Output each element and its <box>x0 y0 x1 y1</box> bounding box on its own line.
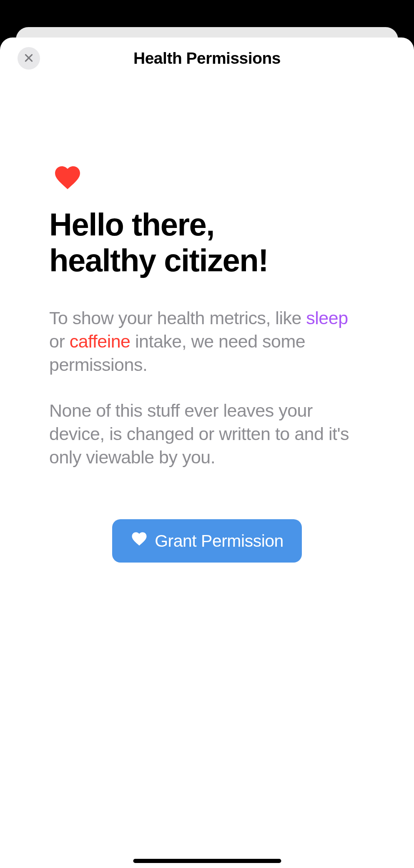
heading-line1: Hello there, <box>49 207 214 242</box>
grant-permission-button[interactable]: Grant Permission <box>112 519 302 563</box>
content-area: Hello there, healthy citizen! To show yo… <box>0 79 414 868</box>
heart-icon <box>130 530 148 552</box>
body-intro-mid: or <box>49 331 70 351</box>
highlight-sleep: sleep <box>306 308 348 328</box>
home-indicator <box>133 859 281 863</box>
heading-line2: healthy citizen! <box>49 243 268 278</box>
close-button[interactable] <box>18 47 40 70</box>
body-paragraph-1: To show your health metrics, like sleep … <box>49 307 365 377</box>
body-paragraph-2: None of this stuff ever leaves your devi… <box>49 399 365 469</box>
header-title: Health Permissions <box>133 49 281 68</box>
heading: Hello there, healthy citizen! <box>49 207 365 278</box>
body-text: To show your health metrics, like sleep … <box>49 307 365 469</box>
heart-icon <box>53 163 365 194</box>
highlight-caffeine: caffeine <box>70 331 130 351</box>
modal-sheet: Health Permissions Hello there, healthy … <box>0 38 414 868</box>
grant-button-label: Grant Permission <box>155 531 284 551</box>
close-icon <box>23 53 34 65</box>
modal-header: Health Permissions <box>0 38 414 79</box>
body-intro-pre: To show your health metrics, like <box>49 308 306 328</box>
